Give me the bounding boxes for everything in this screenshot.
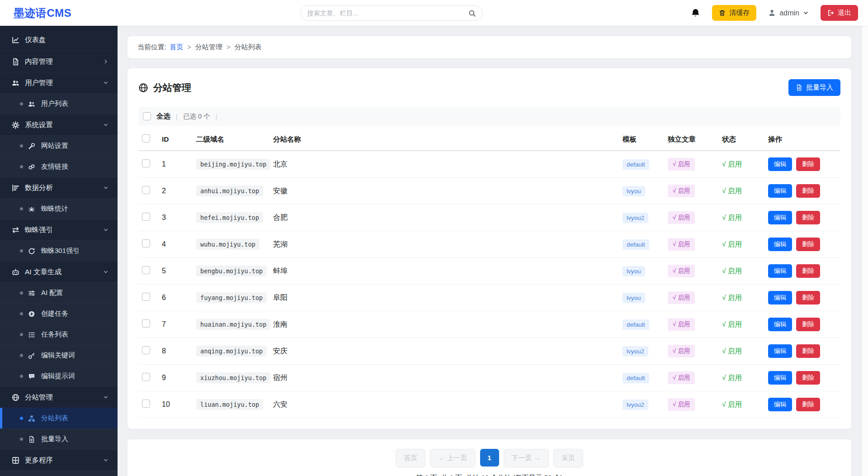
table-row: 1beijing.mojiyu.top北京default√ 启用√ 启用编辑删除 (138, 151, 840, 178)
edit-button[interactable]: 编辑 (768, 264, 792, 278)
edit-button[interactable]: 编辑 (768, 211, 792, 224)
sidebar-item[interactable]: 批量导入 (0, 428, 118, 449)
row-checkbox[interactable] (142, 293, 150, 301)
pagination-button[interactable]: 末页 (553, 449, 583, 467)
table-row: 4wuhu.mojiyu.top芜湖default√ 启用√ 启用编辑删除 (138, 231, 840, 258)
delete-button[interactable]: 删除 (796, 291, 820, 305)
sidebar-item[interactable]: 网站设置 (0, 135, 118, 156)
sidebar-item-label: 用户管理 (25, 78, 53, 88)
sidebar-item[interactable]: 数据分析 (0, 177, 118, 198)
row-checkbox[interactable] (142, 400, 150, 408)
task-list-icon (28, 331, 35, 338)
sidebar-item[interactable]: 更多程序列表 (0, 471, 118, 476)
edit-button[interactable]: 编辑 (768, 318, 792, 331)
col-header-template: 模板 (619, 129, 664, 151)
edit-button[interactable]: 编辑 (768, 398, 792, 411)
sitemap-icon (28, 415, 35, 422)
edit-button[interactable]: 编辑 (768, 344, 792, 358)
logout-button[interactable]: 退出 (821, 5, 858, 21)
sidebar-item[interactable]: 更多程序 (0, 449, 118, 471)
delete-button[interactable]: 删除 (796, 264, 820, 278)
search-box (300, 5, 483, 21)
delete-button[interactable]: 删除 (796, 318, 820, 331)
row-checkbox[interactable] (142, 346, 150, 354)
delete-button[interactable]: 删除 (796, 371, 820, 385)
key-icon (28, 352, 35, 359)
delete-button[interactable]: 删除 (796, 238, 820, 251)
row-checkbox[interactable] (142, 186, 150, 194)
row-checkbox[interactable] (142, 159, 150, 167)
bell-icon[interactable] (691, 8, 700, 18)
row-checkbox[interactable] (142, 319, 150, 328)
delete-button[interactable]: 删除 (796, 344, 820, 358)
edit-button[interactable]: 编辑 (768, 291, 792, 305)
delete-button[interactable]: 删除 (796, 157, 820, 171)
sidebar-item[interactable]: 蜘蛛统计 (0, 198, 118, 219)
pagination-button[interactable]: 下一页 → (504, 449, 549, 467)
status-enabled: √ 启用 (722, 400, 742, 408)
pagination-current-page[interactable]: 1 (480, 449, 499, 466)
sidebar-item[interactable]: 友情链接 (0, 156, 118, 177)
sidebar-item[interactable]: 系统设置 (0, 114, 118, 135)
top-header: 墨迹语CMS 清缓存 admin 退出 (0, 0, 868, 26)
delete-button[interactable]: 删除 (796, 184, 820, 198)
sidebar-item[interactable]: 分站列表 (0, 408, 118, 428)
sidebar-item-label: 系统设置 (25, 120, 53, 130)
header-select-checkbox[interactable] (142, 134, 150, 143)
article-enabled-chip: √ 启用 (668, 371, 695, 384)
sidebar-item[interactable]: 创建任务 (0, 303, 118, 324)
clear-cache-button[interactable]: 清缓存 (712, 5, 756, 21)
cell-name: 芜湖 (269, 231, 619, 258)
delete-button[interactable]: 删除 (796, 398, 820, 411)
scrollbar-track[interactable] (862, 0, 868, 476)
edit-button[interactable]: 编辑 (768, 238, 792, 251)
sidebar-item-label: 蜘蛛强引 (25, 225, 53, 235)
sidebar-item[interactable]: 分站管理 (0, 386, 118, 408)
sidebar-item[interactable]: 编辑关键词 (0, 345, 118, 366)
sidebar-item[interactable]: 蜘蛛强引 (0, 219, 118, 240)
sidebar-item[interactable]: AI 文章生成 (0, 261, 118, 282)
chevron-down-icon (103, 395, 108, 400)
user-menu[interactable]: admin (768, 9, 809, 17)
edit-button[interactable]: 编辑 (768, 371, 792, 385)
row-checkbox[interactable] (142, 213, 150, 221)
search-input[interactable] (307, 10, 468, 17)
batch-import-button[interactable]: 批量导入 (788, 79, 840, 96)
sidebar-item-label: 蜘蛛301强引 (41, 247, 80, 255)
bullet-icon (20, 291, 23, 295)
sidebar-item[interactable]: 内容管理 (0, 51, 118, 72)
subsites-table: ID 二级域名 分站名称 模板 独立文章 状态 操作 1beijing.moji… (138, 129, 840, 418)
bullet-icon (20, 165, 23, 168)
chevron-down-icon (103, 122, 108, 128)
row-checkbox[interactable] (142, 239, 150, 248)
breadcrumb-item[interactable]: 首页 (170, 43, 183, 51)
sidebar-item[interactable]: 蜘蛛301强引 (0, 240, 118, 261)
edit-button[interactable]: 编辑 (768, 184, 792, 198)
sidebar-item[interactable]: 用户列表 (0, 93, 118, 114)
toolbar-divider: | (216, 113, 217, 120)
status-enabled: √ 启用 (722, 347, 742, 355)
edit-button[interactable]: 编辑 (768, 157, 792, 171)
sidebar-item[interactable]: AI 配置 (0, 282, 118, 303)
sidebar-item-label: 更多程序 (25, 456, 53, 465)
user-list-icon (28, 100, 35, 108)
pagination-button[interactable]: 首页 (396, 449, 425, 467)
app-logo[interactable]: 墨迹语CMS (14, 6, 71, 20)
sidebar-item[interactable]: 任务列表 (0, 324, 118, 345)
sidebar-item[interactable]: 用户管理 (0, 72, 118, 93)
sidebar-item-label: 数据分析 (25, 183, 53, 193)
chevron-right-icon (103, 59, 108, 64)
domain-chip: xiuzhou.mojiyu.top (196, 372, 270, 383)
sidebar-item[interactable]: 仪表盘 (0, 29, 118, 51)
row-checkbox[interactable] (142, 266, 150, 274)
pagination-button[interactable]: ← 上一页 (430, 449, 475, 467)
sidebar-item-label: 编辑关键词 (41, 351, 75, 360)
delete-button[interactable]: 删除 (796, 211, 820, 224)
sidebar-item[interactable]: 编辑提示词 (0, 366, 118, 386)
select-all-label[interactable]: 全选 (156, 112, 170, 121)
row-checkbox[interactable] (142, 373, 150, 381)
sidebar-item-label: AI 文章生成 (25, 267, 61, 277)
summary-segment: 页, 总计 (453, 474, 481, 476)
select-all-checkbox[interactable] (143, 112, 151, 120)
search-icon[interactable] (468, 10, 476, 17)
